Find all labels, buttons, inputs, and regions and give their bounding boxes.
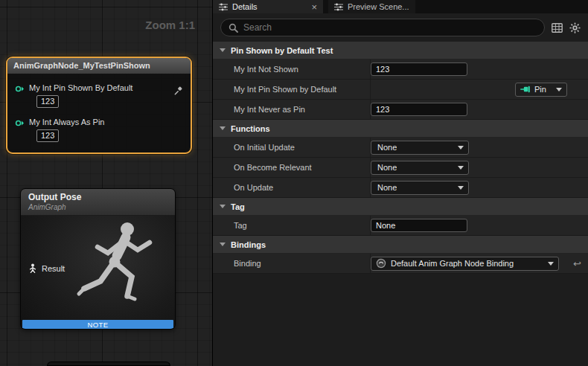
pin-visibility-dropdown[interactable]: Pin <box>515 83 567 97</box>
property-row-tag: Tag <box>213 216 588 236</box>
node-preview-body: Result NOTE <box>21 216 175 330</box>
property-row-on-update: On UpdateNone <box>213 178 588 198</box>
section-header-functions[interactable]: Functions <box>213 120 588 138</box>
property-label: My Int Not Shown <box>213 60 371 79</box>
pin-content: My Int Pin Shown By Default 123 <box>29 83 132 108</box>
chevron-down-icon <box>458 146 464 150</box>
binding-class-icon <box>376 258 386 269</box>
property-label: My Int Pin Shown by Default <box>213 80 371 99</box>
search-row <box>213 13 588 42</box>
chevron-down-icon <box>458 186 464 190</box>
chevron-down-icon <box>556 88 562 92</box>
graph-node-output-pose[interactable]: Output Pose AnimGraph Result NOTE <box>20 188 176 330</box>
pin-content: My Int Always As Pin 123 <box>29 118 104 142</box>
property-label: Tag <box>213 216 371 235</box>
property-label: Binding <box>213 254 371 273</box>
section-title: Tag <box>231 202 245 211</box>
preview-scene-tab-icon <box>334 3 343 11</box>
pin-row: My Int Always As Pin 123 <box>7 108 191 142</box>
property-row-my-int-not-shown: My Int Not Shown <box>213 60 588 80</box>
tab-details[interactable]: Details × <box>213 0 323 13</box>
property-label: On Initial Update <box>213 138 371 157</box>
section-title: Functions <box>231 124 270 133</box>
section-header-tag[interactable]: Tag <box>213 198 588 216</box>
text-input-my-int-not-shown[interactable] <box>371 62 467 76</box>
pin-row: My Int Pin Shown By Default 123 <box>7 74 191 108</box>
pin-default-value[interactable]: 123 <box>36 95 59 108</box>
pin-default-value[interactable]: 123 <box>36 129 59 142</box>
binding-dropdown[interactable]: Default Anim Graph Node Binding <box>371 257 559 271</box>
zoom-level-label: Zoom 1:1 <box>145 19 195 31</box>
text-input-tag[interactable] <box>371 219 467 232</box>
partially-visible-node[interactable] <box>47 362 170 366</box>
node-header[interactable]: Output Pose AnimGraph <box>21 189 175 216</box>
mannequin-preview-image <box>69 217 173 330</box>
node-title: Output Pose <box>28 192 167 202</box>
tab-label: Preview Scene... <box>348 2 409 11</box>
display-options-icon[interactable] <box>552 23 563 33</box>
property-row-on-become-relevant: On Become RelevantNone <box>213 158 588 178</box>
pose-pin-icon[interactable] <box>28 263 37 273</box>
tab-bar: Details × Preview Scene... <box>213 0 588 13</box>
section-header-pin-shown-by-default-test[interactable]: Pin Shown by Default Test <box>213 42 588 60</box>
graph-node-test-pin-shown[interactable]: AnimGraphNode_MyTestPinShown My Int Pin … <box>6 57 192 154</box>
int-pin-icon[interactable] <box>15 118 25 128</box>
pin-label: My Int Pin Shown By Default <box>29 83 132 92</box>
int-pin-icon[interactable] <box>15 84 25 94</box>
bind-revert-icon[interactable]: ↩ <box>573 258 581 269</box>
result-pin[interactable]: Result <box>28 263 65 273</box>
property-label: My Int Never as Pin <box>213 100 371 119</box>
node-title[interactable]: AnimGraphNode_MyTestPinShown <box>7 58 191 74</box>
chevron-down-icon <box>220 126 226 130</box>
chevron-down-icon <box>220 205 226 208</box>
text-input-my-int-never-as-pin[interactable] <box>371 103 467 116</box>
property-label: On Become Relevant <box>213 158 371 177</box>
dropdown-value: Pin <box>534 85 546 94</box>
details-panel: Details × Preview Scene... Pin Shown by … <box>212 0 588 366</box>
dropdown-value: None <box>377 143 397 152</box>
property-sections: Pin Shown by Default TestMy Int Not Show… <box>213 42 588 274</box>
section-header-bindings[interactable]: Bindings <box>213 236 588 254</box>
property-value: Pin <box>371 80 588 99</box>
search-input[interactable] <box>243 22 537 33</box>
property-row-my-int-never-as-pin: My Int Never as Pin <box>213 100 588 120</box>
node-subtitle: AnimGraph <box>28 203 167 211</box>
property-label: On Update <box>213 178 371 197</box>
property-value: None <box>371 178 588 197</box>
property-value <box>371 216 588 235</box>
chevron-down-icon <box>220 48 226 52</box>
anim-graph-canvas[interactable]: Zoom 1:1 AnimGraphNode_MyTestPinShown My… <box>0 0 212 366</box>
gear-icon[interactable] <box>569 22 581 33</box>
details-tab-icon <box>219 3 228 11</box>
chevron-down-icon <box>458 166 464 170</box>
property-value <box>371 60 588 79</box>
property-value <box>371 100 588 119</box>
dropdown-value: None <box>377 163 397 172</box>
close-icon[interactable]: × <box>311 2 317 12</box>
dropdown-on-become-relevant[interactable]: None <box>371 161 469 175</box>
tab-label: Details <box>232 2 258 11</box>
property-value: Default Anim Graph Node Binding↩ <box>371 254 588 273</box>
chevron-down-icon <box>220 243 226 246</box>
property-value: None <box>371 158 588 177</box>
note-banner[interactable]: NOTE <box>22 320 173 329</box>
pin-icon <box>520 86 531 93</box>
result-pin-label: Result <box>42 264 65 273</box>
tab-preview-scene[interactable]: Preview Scene... <box>328 0 415 13</box>
section-title: Pin Shown by Default Test <box>231 46 333 55</box>
property-row-binding: BindingDefault Anim Graph Node Binding↩ <box>213 254 588 274</box>
section-title: Bindings <box>231 240 266 249</box>
property-row-my-int-pin-shown-by-default: My Int Pin Shown by DefaultPin <box>213 80 588 100</box>
pin-label: My Int Always As Pin <box>29 118 104 126</box>
dropdown-value: Default Anim Graph Node Binding <box>391 259 514 268</box>
property-value: None <box>371 138 588 157</box>
pushpin-icon[interactable] <box>174 86 183 95</box>
search-icon <box>229 23 238 33</box>
property-row-on-initial-update: On Initial UpdateNone <box>213 138 588 158</box>
dropdown-value: None <box>377 183 397 192</box>
dropdown-on-initial-update[interactable]: None <box>371 141 469 155</box>
chevron-down-icon <box>548 262 554 266</box>
dropdown-on-update[interactable]: None <box>371 181 469 195</box>
search-box[interactable] <box>220 19 545 36</box>
